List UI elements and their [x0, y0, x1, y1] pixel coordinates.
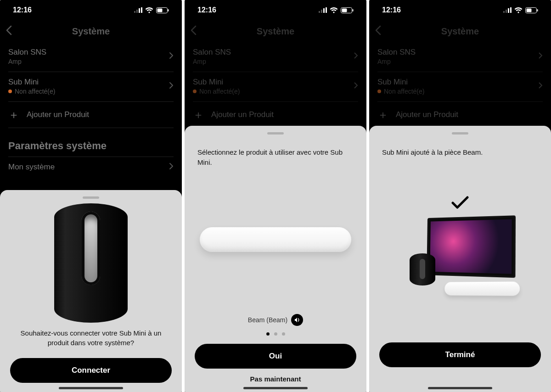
plus-icon: ＋	[8, 109, 19, 120]
sheet-done: Sub Mini ajouté à la pièce Beam. Terminé	[369, 126, 551, 392]
nav-title: Système	[72, 26, 110, 37]
status-icons	[319, 7, 354, 13]
svg-rect-12	[342, 8, 347, 12]
row-room: Salon SNS Amp	[193, 42, 358, 72]
status-dot-icon	[8, 90, 12, 93]
status-bar: 12:16	[369, 0, 551, 20]
row-room[interactable]: Salon SNS Amp	[8, 42, 174, 72]
svg-rect-6	[168, 9, 169, 11]
svg-rect-9	[323, 8, 325, 13]
row-my-system[interactable]: Mon système	[8, 157, 174, 178]
svg-rect-7	[319, 11, 320, 13]
wifi-icon	[514, 7, 523, 13]
plus-icon: ＋	[377, 109, 388, 120]
sheet-connect: Souhaitez-vous connecter votre Sub Mini …	[0, 190, 182, 392]
battery-icon	[156, 7, 169, 13]
sheet-done-text: Sub Mini ajouté à la pièce Beam.	[382, 147, 538, 157]
screen-3: 12:16 Système Salon SNS Amp Sub Mini Non…	[369, 0, 551, 392]
status-icons	[503, 7, 538, 13]
product-beam-image[interactable]	[200, 224, 351, 256]
nav-header: Système	[369, 20, 551, 42]
row-room: Salon SNS Amp	[377, 42, 543, 72]
beam-image	[444, 282, 520, 296]
wifi-icon	[330, 7, 338, 13]
status-time: 12:16	[382, 6, 401, 14]
sheet-grabber[interactable]	[267, 132, 284, 134]
home-indicator[interactable]	[428, 387, 492, 389]
chevron-right-icon	[538, 82, 543, 91]
done-button[interactable]: Terminé	[379, 342, 541, 367]
checkmark-icon	[451, 195, 469, 212]
battery-icon	[525, 7, 538, 13]
sound-preview-button[interactable]	[291, 314, 303, 326]
row-submini[interactable]: Sub Mini Non affecté(e)	[8, 72, 174, 102]
svg-rect-3	[141, 7, 142, 13]
connect-button[interactable]: Connecter	[10, 358, 172, 383]
status-bar: 12:16	[185, 0, 366, 20]
submini-image	[410, 253, 435, 286]
row-room-title: Salon SNS	[8, 48, 46, 57]
system-list: Salon SNS Amp Sub Mini Non affecté(e) ＋ …	[185, 42, 366, 128]
status-time: 12:16	[197, 6, 216, 14]
svg-rect-2	[139, 8, 140, 13]
wifi-icon	[145, 7, 153, 13]
chevron-right-icon	[169, 52, 174, 61]
product-beam-label: Beam (Beam)	[248, 316, 287, 324]
chevron-right-icon	[538, 52, 543, 61]
screen-2: 12:16 Système Salon SNS Amp Sub Mini Non…	[185, 0, 366, 392]
status-dot-icon	[377, 90, 381, 93]
row-submini-sub: Non affecté(e)	[15, 88, 55, 95]
sheet-grabber[interactable]	[83, 196, 99, 199]
chevron-right-icon	[354, 52, 358, 61]
row-add-product[interactable]: ＋ Ajouter un Produit	[8, 102, 174, 128]
product-submini-image	[45, 203, 137, 323]
row-room-sub: Amp	[8, 58, 46, 65]
row-submini: Sub Mini Non affecté(e)	[377, 72, 543, 102]
home-indicator[interactable]	[59, 387, 123, 389]
nav-header: Système	[0, 20, 182, 42]
status-dot-icon	[193, 90, 197, 93]
nav-header: Système	[185, 20, 366, 42]
pager-dot-1[interactable]	[266, 332, 270, 336]
nav-title: Système	[441, 26, 479, 37]
sheet-select-text: Sélectionnez le produit à utiliser avec …	[197, 147, 354, 168]
svg-rect-8	[321, 10, 322, 13]
status-icons	[134, 7, 169, 13]
status-time: 12:16	[13, 6, 32, 14]
chevron-right-icon	[354, 82, 358, 91]
pager-dot-2[interactable]	[274, 332, 277, 336]
sheet-select-product: Sélectionnez le produit à utiliser avec …	[185, 126, 366, 392]
system-list: Salon SNS Amp Sub Mini Non affecté(e) ＋ …	[369, 42, 551, 128]
chevron-right-icon	[169, 162, 174, 172]
svg-rect-1	[136, 10, 138, 13]
svg-rect-16	[508, 8, 509, 13]
svg-rect-14	[503, 11, 505, 13]
back-button[interactable]	[190, 25, 197, 37]
screen-1: 12:16 Système Salon SNS Amp	[0, 0, 182, 392]
home-indicator[interactable]	[243, 387, 308, 389]
product-setup-image	[391, 195, 529, 305]
sheet-grabber[interactable]	[452, 132, 468, 134]
plus-icon: ＋	[193, 109, 204, 120]
back-button[interactable]	[375, 25, 381, 37]
svg-rect-17	[510, 7, 512, 13]
status-bar: 12:16	[0, 0, 182, 20]
row-add-label: Ajouter un Produit	[27, 110, 89, 119]
row-add-product: ＋ Ajouter un Produit	[193, 102, 358, 128]
svg-rect-19	[527, 8, 532, 12]
cellular-icon	[319, 7, 327, 13]
svg-rect-10	[326, 7, 327, 13]
svg-rect-13	[353, 9, 354, 11]
not-now-button[interactable]: Pas maintenant	[250, 375, 301, 383]
sheet-connect-text: Souhaitez-vous connecter votre Sub Mini …	[19, 328, 163, 348]
system-list: Salon SNS Amp Sub Mini Non affecté(e) ＋ …	[0, 42, 182, 178]
section-title: Paramètres système	[8, 128, 174, 157]
cellular-icon	[134, 7, 142, 13]
row-submini: Sub Mini Non affecté(e)	[193, 72, 358, 102]
battery-icon	[341, 7, 354, 13]
back-button[interactable]	[6, 25, 12, 37]
row-submini-title: Sub Mini	[8, 78, 55, 87]
yes-button[interactable]: Oui	[195, 344, 356, 369]
pager-dot-3[interactable]	[282, 332, 285, 336]
nav-title: Système	[257, 26, 294, 37]
